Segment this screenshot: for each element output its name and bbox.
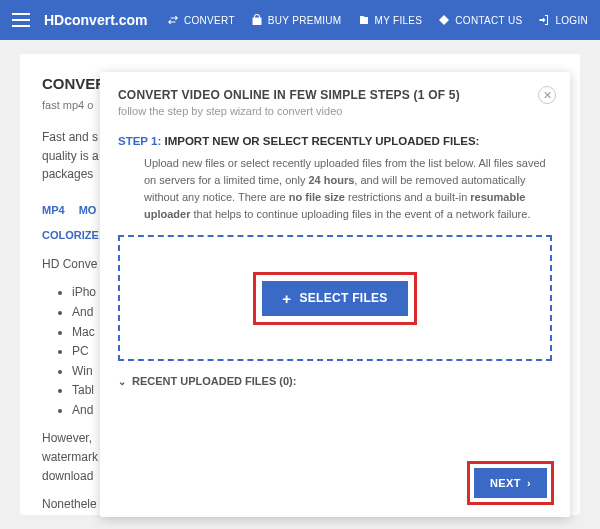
nav-label: MY FILES	[375, 15, 423, 26]
wizard-modal: ✕ CONVERT VIDEO ONLINE IN FEW SIMPLE STE…	[100, 72, 570, 517]
step-description: Upload new files or select recently uplo…	[144, 155, 552, 223]
tab-mov[interactable]: MO	[79, 202, 97, 219]
select-files-button[interactable]: + SELECT FILES	[262, 281, 407, 316]
plus-icon: +	[282, 291, 291, 306]
nav-label: CONVERT	[184, 15, 235, 26]
nav-convert[interactable]: CONVERT	[167, 14, 235, 26]
modal-title: CONVERT VIDEO ONLINE IN FEW SIMPLE STEPS…	[118, 88, 552, 102]
chevron-right-icon: ›	[527, 477, 531, 489]
highlight-box: + SELECT FILES	[253, 272, 416, 325]
nav-buy-premium[interactable]: BUY PREMIUM	[251, 14, 342, 26]
close-icon[interactable]: ✕	[538, 86, 556, 104]
files-icon	[358, 14, 370, 26]
next-button[interactable]: NEXT ›	[474, 468, 547, 498]
nav-label: BUY PREMIUM	[268, 15, 342, 26]
bag-icon	[251, 14, 263, 26]
highlight-box: NEXT ›	[467, 461, 554, 505]
menu-icon[interactable]	[12, 13, 30, 27]
button-label: NEXT	[490, 477, 521, 489]
tab-mp4[interactable]: MP4	[42, 202, 65, 219]
button-label: SELECT FILES	[299, 291, 387, 305]
colorize-link[interactable]: COLORIZE	[42, 227, 99, 244]
diamond-icon	[438, 14, 450, 26]
nav-contact-us[interactable]: CONTACT US	[438, 14, 522, 26]
file-dropzone[interactable]: + SELECT FILES	[118, 235, 552, 361]
nav-my-files[interactable]: MY FILES	[358, 14, 423, 26]
top-navbar: HDconvert.com CONVERT BUY PREMIUM MY FIL…	[0, 0, 600, 40]
step-title: IMPORT NEW OR SELECT RECENTLY UPLOADED F…	[164, 135, 479, 147]
nav-label: CONTACT US	[455, 15, 522, 26]
modal-subtitle: follow the step by step wizard to conver…	[118, 105, 552, 117]
nav-label: LOGIN	[555, 15, 588, 26]
step-number: STEP 1:	[118, 135, 161, 147]
chevron-down-icon: ⌄	[118, 376, 126, 387]
recent-files-toggle[interactable]: ⌄ RECENT UPLOADED FILES (0):	[118, 375, 552, 387]
recent-label: RECENT UPLOADED FILES (0):	[132, 375, 296, 387]
brand-logo[interactable]: HDconvert.com	[44, 12, 147, 28]
login-icon	[538, 14, 550, 26]
swap-icon	[167, 14, 179, 26]
nav-login[interactable]: LOGIN	[538, 14, 588, 26]
step-heading: STEP 1: IMPORT NEW OR SELECT RECENTLY UP…	[118, 135, 552, 147]
